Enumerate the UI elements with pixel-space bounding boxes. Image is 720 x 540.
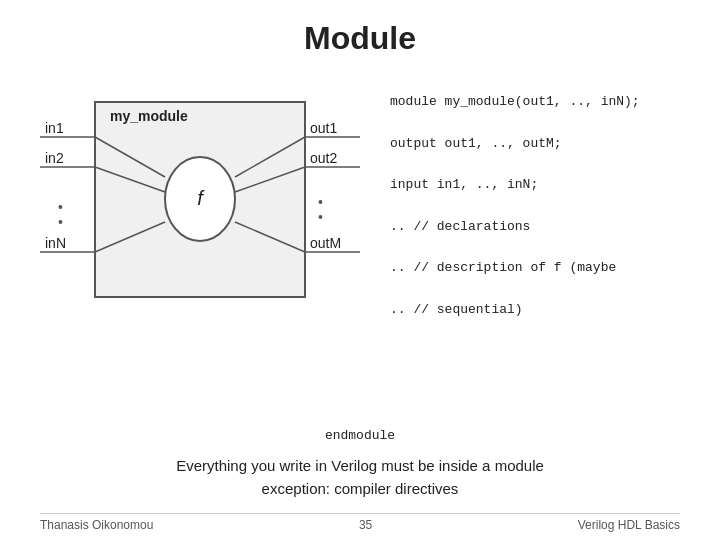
- diagram-area: f: [40, 87, 360, 327]
- svg-text:out2: out2: [310, 150, 337, 166]
- code-line-7: .. // declarations: [390, 217, 680, 238]
- footer: Thanasis Oikonomou 35 Verilog HDL Basics: [40, 513, 680, 532]
- code-area: module my_module(out1, .., inN); output …: [390, 87, 680, 321]
- code-line-6: [390, 196, 680, 217]
- svg-text:my_module: my_module: [110, 108, 188, 124]
- description-line2: exception: compiler directives: [0, 478, 720, 501]
- code-line-1: module my_module(out1, .., inN);: [390, 92, 680, 113]
- code-line-5: input in1, .., inN;: [390, 175, 680, 196]
- code-line-10: [390, 279, 680, 300]
- endmodule-text: endmodule: [0, 428, 720, 443]
- footer-center: 35: [359, 518, 372, 532]
- svg-text:inN: inN: [45, 235, 66, 251]
- content-area: f: [40, 87, 680, 327]
- code-line-11: .. // sequential): [390, 300, 680, 321]
- code-line-9: .. // description of f (maybe: [390, 258, 680, 279]
- code-line-3: output out1, .., outM;: [390, 134, 680, 155]
- svg-text:•: •: [58, 199, 63, 215]
- svg-text:out1: out1: [310, 120, 337, 136]
- svg-text:•: •: [318, 194, 323, 210]
- description-text: Everything you write in Verilog must be …: [0, 455, 720, 500]
- svg-text:in2: in2: [45, 150, 64, 166]
- svg-text:outM: outM: [310, 235, 341, 251]
- bottom-section: endmodule Everything you write in Verilo…: [0, 428, 720, 500]
- code-line-4: [390, 154, 680, 175]
- code-line-2: [390, 113, 680, 134]
- svg-text:•: •: [318, 209, 323, 225]
- footer-left: Thanasis Oikonomou: [40, 518, 153, 532]
- slide-title: Module: [40, 20, 680, 57]
- svg-text:in1: in1: [45, 120, 64, 136]
- diagram-svg: f: [40, 87, 360, 327]
- code-line-8: [390, 238, 680, 259]
- svg-text:•: •: [58, 214, 63, 230]
- description-line1: Everything you write in Verilog must be …: [0, 455, 720, 478]
- footer-right: Verilog HDL Basics: [578, 518, 680, 532]
